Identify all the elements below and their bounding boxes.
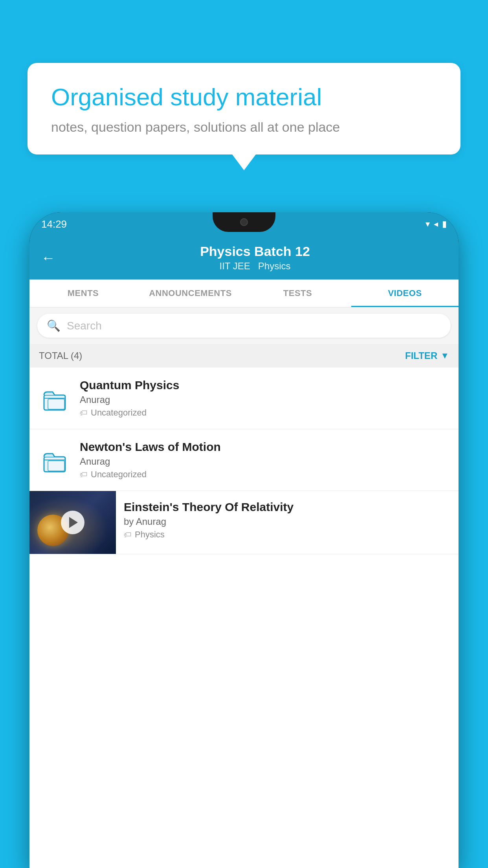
tabs: MENTS ANNOUNCEMENTS TESTS VIDEOS [29, 280, 459, 307]
tag-icon: 🏷 [124, 530, 132, 539]
battery-icon: ▮ [442, 219, 447, 229]
video-list-item[interactable]: Einstein's Theory Of Relativity by Anura… [29, 491, 459, 554]
header-title-block: Physics Batch 12 IIT JEE Physics [63, 244, 447, 272]
filter-button[interactable]: FILTER ▼ [405, 350, 449, 361]
search-container: 🔍 Search [29, 307, 459, 344]
video-tag: 🏷 Physics [124, 530, 451, 540]
item-author: Anurag [80, 394, 449, 405]
tag-icon: 🏷 [80, 408, 88, 417]
svg-rect-1 [48, 399, 64, 409]
status-icons: ▾ ◂ ▮ [426, 219, 447, 229]
filter-bar: TOTAL (4) FILTER ▼ [29, 344, 459, 368]
search-placeholder: Search [67, 320, 102, 332]
item-tag: 🏷 Uncategorized [80, 408, 449, 418]
folder-icon [41, 448, 68, 472]
header-tag-physics: Physics [258, 261, 291, 272]
folder-icon-wrap [39, 444, 70, 476]
tab-ments[interactable]: MENTS [29, 280, 137, 307]
list-item[interactable]: Newton's Laws of Motion Anurag 🏷 Uncateg… [29, 429, 459, 491]
folder-icon-wrap [39, 383, 70, 414]
app-header: ← Physics Batch 12 IIT JEE Physics [29, 236, 459, 280]
signal-icon: ◂ [434, 219, 438, 229]
video-author: by Anurag [124, 516, 451, 527]
tag-label: Physics [135, 530, 165, 540]
front-camera [240, 218, 248, 226]
item-title: Newton's Laws of Motion [80, 440, 449, 454]
phone-frame: 14:29 ▾ ◂ ▮ ← Physics Batch 12 IIT JEE P… [29, 212, 459, 868]
tag-icon: 🏷 [80, 470, 88, 479]
speech-bubble: Organised study material notes, question… [28, 63, 460, 154]
batch-title: Physics Batch 12 [63, 244, 447, 259]
search-bar[interactable]: 🔍 Search [37, 314, 451, 338]
bubble-title: Organised study material [51, 83, 437, 112]
wifi-icon: ▾ [426, 219, 430, 229]
item-title: Quantum Physics [80, 379, 449, 392]
item-info: Quantum Physics Anurag 🏷 Uncategorized [80, 379, 449, 418]
tab-announcements[interactable]: ANNOUNCEMENTS [137, 280, 244, 307]
header-tags: IIT JEE Physics [63, 261, 447, 272]
play-button[interactable] [61, 511, 84, 534]
search-icon: 🔍 [47, 319, 61, 332]
video-thumbnail [29, 491, 116, 554]
bubble-subtitle: notes, question papers, solutions all at… [51, 120, 437, 135]
header-tag-iitjee: IIT JEE [220, 261, 250, 272]
tab-tests[interactable]: TESTS [244, 280, 351, 307]
tag-label: Uncategorized [91, 408, 147, 418]
tag-label: Uncategorized [91, 469, 147, 480]
filter-icon: ▼ [440, 351, 449, 361]
item-info: Newton's Laws of Motion Anurag 🏷 Uncateg… [80, 440, 449, 480]
status-bar: 14:29 ▾ ◂ ▮ [29, 212, 459, 236]
filter-label: FILTER [405, 350, 437, 361]
item-author: Anurag [80, 456, 449, 467]
folder-icon [41, 386, 68, 410]
list-item[interactable]: Quantum Physics Anurag 🏷 Uncategorized [29, 368, 459, 429]
status-time: 14:29 [41, 218, 67, 230]
video-info: Einstein's Theory Of Relativity by Anura… [116, 491, 459, 549]
tab-videos[interactable]: VIDEOS [351, 280, 459, 307]
play-icon [69, 517, 78, 528]
phone-screen: MENTS ANNOUNCEMENTS TESTS VIDEOS 🔍 Searc… [29, 280, 459, 868]
back-button[interactable]: ← [41, 250, 55, 266]
svg-rect-3 [48, 461, 64, 471]
notch [213, 212, 275, 232]
total-count: TOTAL (4) [39, 350, 82, 361]
item-tag: 🏷 Uncategorized [80, 469, 449, 480]
video-title: Einstein's Theory Of Relativity [124, 500, 451, 514]
